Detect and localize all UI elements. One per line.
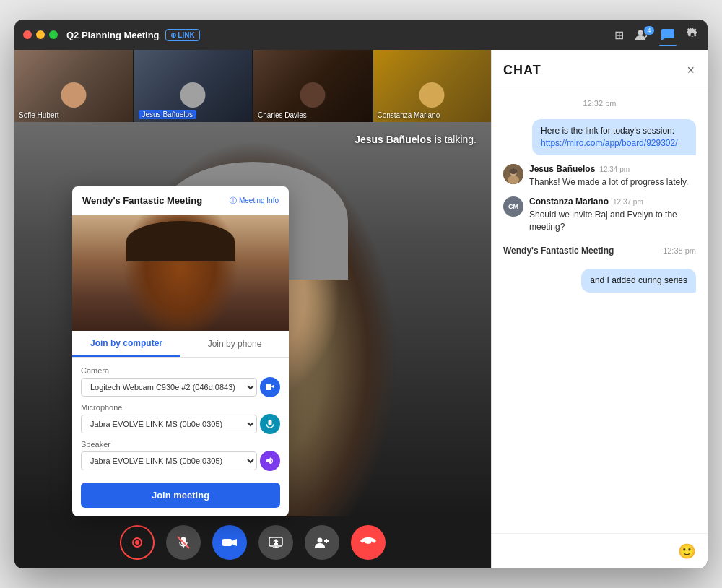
participants-count: 4: [644, 26, 654, 35]
svg-point-0: [638, 30, 643, 35]
timestamp-1238-row: Wendy's Fantastic Meeting 12:38 pm: [503, 245, 696, 257]
maximize-button[interactable]: [49, 30, 58, 39]
main-content: Sofie Hubert Jesus Bañuelos Charles Davi…: [14, 50, 708, 568]
microphone-select[interactable]: Jabra EVOLVE LINK MS (0b0e:0305): [81, 415, 257, 433]
app-window: Q2 Planning Meeting ⊕ LINK ⊞ 4: [14, 20, 708, 568]
miro-link[interactable]: https://miro.com/app/board/929302/: [541, 138, 677, 148]
avatar-constanza: CM: [503, 196, 523, 217]
timestamp-1232: 12:32 pm: [503, 99, 696, 108]
settings-icon[interactable]: [686, 28, 699, 41]
speaker-label-form: Speaker: [81, 440, 280, 449]
close-button[interactable]: [23, 30, 32, 39]
avatar-jesus: [503, 164, 523, 184]
thumbnail-name-sofie: Sofie Hubert: [19, 111, 59, 119]
mute-button[interactable]: [166, 525, 201, 560]
chat-panel: CHAT × 12:32 pm Here is the link for tod…: [491, 50, 708, 568]
chat-footer: 🙂: [492, 533, 708, 568]
join-meeting-popup: Wendy's Fantastic Meeting ⓘ Meeting Info…: [72, 186, 289, 516]
speaker-suffix: is talking.: [432, 134, 477, 145]
emoji-button[interactable]: 🙂: [678, 542, 696, 560]
message-partial-bubble: and I added curing series: [581, 269, 696, 293]
camera-button[interactable]: [212, 525, 247, 560]
constanza-time: 12:37 pm: [613, 198, 643, 206]
title-bar: Q2 Planning Meeting ⊕ LINK ⊞ 4: [14, 20, 708, 50]
svg-point-4: [135, 540, 139, 545]
message-jesus-content: Jesus Bañuelos 12:34 pm Thanks! We made …: [529, 164, 696, 189]
link-badge[interactable]: ⊕ LINK: [165, 29, 200, 41]
svg-point-21: [510, 168, 518, 174]
speaker-select[interactable]: Jabra EVOLVE LINK MS (0b0e:0305): [81, 451, 257, 470]
chat-icon[interactable]: [661, 29, 674, 40]
speaker-form-group: Speaker Jabra EVOLVE LINK MS (0b0e:0305): [81, 440, 280, 471]
end-call-button[interactable]: [351, 525, 386, 560]
popup-body: Camera Logitech Webcam C930e #2 (046d:08…: [72, 358, 289, 516]
constanza-name: Constanza Mariano: [529, 196, 609, 207]
speaker-toggle-button[interactable]: [260, 451, 280, 471]
message-constanza-content: Constanza Mariano 12:37 pm Should we inv…: [529, 196, 696, 233]
message-jesus-header: Jesus Bañuelos 12:34 pm: [529, 164, 696, 174]
participants-icon[interactable]: 4: [635, 29, 650, 40]
thumbnail-name-constanza: Constanza Mariano: [378, 111, 440, 119]
microphone-select-row: Jabra EVOLVE LINK MS (0b0e:0305): [81, 414, 280, 434]
video-area: Sofie Hubert Jesus Bañuelos Charles Davi…: [14, 50, 491, 568]
message-link-bubble: Here is the link for today's session: ht…: [532, 119, 696, 155]
svg-rect-17: [269, 420, 272, 425]
tab-join-phone[interactable]: Join by phone: [180, 331, 289, 357]
constanza-text: Should we invite Raj and Evelyn to the m…: [529, 209, 696, 233]
chat-close-button[interactable]: ×: [685, 61, 696, 79]
svg-point-2: [691, 33, 695, 37]
record-button[interactable]: [120, 525, 155, 560]
meeting-info-button[interactable]: ⓘ Meeting Info: [230, 196, 279, 206]
chat-title: CHAT: [503, 63, 542, 78]
microphone-label: Microphone: [81, 403, 280, 412]
popup-title-bar: Wendy's Fantastic Meeting ⓘ Meeting Info: [72, 186, 289, 215]
grid-view-icon[interactable]: ⊞: [614, 28, 624, 42]
microphone-toggle-button[interactable]: [260, 414, 280, 434]
svg-rect-7: [222, 539, 232, 546]
title-bar-actions: ⊞ 4: [614, 28, 699, 42]
message-constanza-header: Constanza Mariano 12:37 pm: [529, 196, 696, 207]
message-jesus: Jesus Bañuelos 12:34 pm Thanks! We made …: [503, 164, 696, 189]
speaker-name: Jesus Bañuelos: [355, 134, 432, 145]
controls-bar: [14, 516, 491, 568]
jesus-time: 12:34 pm: [599, 165, 630, 173]
popup-tabs: Join by computer Join by phone: [72, 331, 289, 358]
popup-title: Wendy's Fantastic Meeting: [82, 195, 202, 206]
chat-header: CHAT ×: [492, 50, 708, 87]
thumbnail-sofie[interactable]: Sofie Hubert: [14, 50, 133, 122]
microphone-form-group: Microphone Jabra EVOLVE LINK MS (0b0e:03…: [81, 403, 280, 434]
camera-label: Camera: [81, 366, 280, 375]
thumbnail-name-jesus: Jesus Bañuelos: [139, 110, 197, 119]
timestamp-1238: 12:38 pm: [663, 246, 696, 255]
camera-form-group: Camera Logitech Webcam C930e #2 (046d:08…: [81, 366, 280, 397]
jesus-text: Thanks! We made a lot of progress lately…: [529, 176, 696, 189]
chat-messages: 12:32 pm Here is the link for today's se…: [492, 87, 708, 533]
message-constanza: CM Constanza Mariano 12:37 pm Should we …: [503, 196, 696, 233]
svg-rect-16: [266, 384, 271, 390]
thumbnail-jesus[interactable]: Jesus Bañuelos: [134, 50, 253, 122]
speaker-label: Jesus Bañuelos is talking.: [355, 134, 477, 145]
camera-select-row: Logitech Webcam C930e #2 (046d:0843): [81, 377, 280, 397]
camera-select[interactable]: Logitech Webcam C930e #2 (046d:0843): [81, 378, 257, 397]
popup-person-face: [72, 215, 289, 331]
thumbnail-name-charles: Charles Davies: [258, 111, 307, 119]
minimize-button[interactable]: [36, 30, 45, 39]
add-participant-button[interactable]: [305, 525, 339, 560]
popup-video-preview: [72, 215, 289, 331]
traffic-lights: [23, 30, 58, 39]
join-meeting-button[interactable]: Join meeting: [81, 483, 280, 508]
thumbnail-constanza[interactable]: Constanza Mariano: [373, 50, 492, 122]
svg-point-13: [318, 538, 323, 543]
thumbnail-charles[interactable]: Charles Davies: [253, 50, 372, 122]
wendy-meeting-label: Wendy's Fantastic Meeting: [503, 245, 614, 257]
camera-toggle-button[interactable]: [260, 377, 280, 397]
thumbnail-strip: Sofie Hubert Jesus Bañuelos Charles Davi…: [14, 50, 491, 122]
speaker-select-row: Jabra EVOLVE LINK MS (0b0e:0305): [81, 451, 280, 471]
tab-join-computer[interactable]: Join by computer: [72, 331, 180, 357]
jesus-name: Jesus Bañuelos: [529, 164, 595, 174]
screen-share-button[interactable]: [258, 525, 293, 560]
svg-point-22: [508, 176, 519, 184]
window-title: Q2 Planning Meeting: [66, 30, 160, 40]
